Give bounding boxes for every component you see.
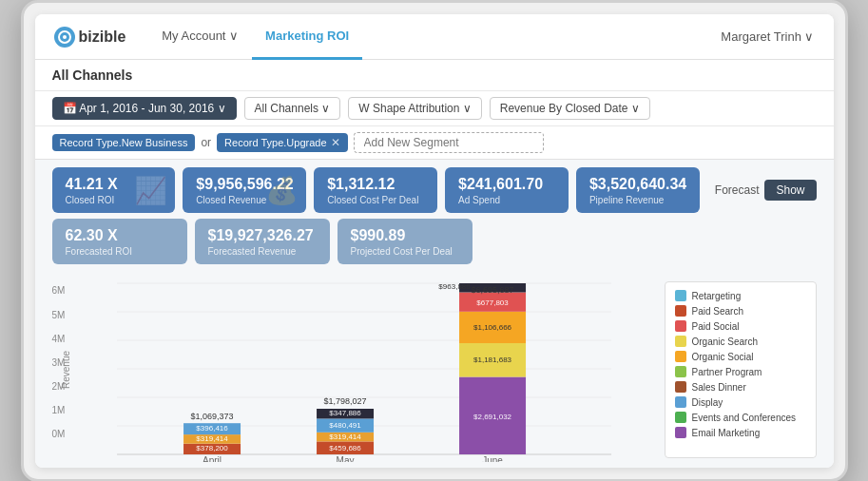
legend-color-swatch xyxy=(675,366,686,377)
svg-text:$459,686: $459,686 xyxy=(330,444,362,452)
forecast-show-button[interactable]: Show xyxy=(764,180,816,201)
svg-text:$963,886: $963,886 xyxy=(439,282,472,291)
forecast-label: Forecast xyxy=(715,183,760,197)
svg-text:June: June xyxy=(483,455,504,462)
bar-chart: $1,069,373 $378,200 $319,414 $396,416 $1… xyxy=(74,281,654,462)
legend-color-swatch xyxy=(675,381,686,393)
kpi-projected-cost-label: Projected Cost Per Deal xyxy=(351,246,459,257)
nav-marketing-roi[interactable]: Marketing ROI xyxy=(252,14,362,60)
y-label-4m: 4M xyxy=(52,334,66,344)
channels-filter[interactable]: All Channels ∨ xyxy=(244,97,341,120)
y-label-6m: 6M xyxy=(52,285,66,296)
kpi-closed-cost-value: $1,312.12 xyxy=(327,175,424,193)
filter-bar: 📅 Apr 1, 2016 - Jun 30, 2016 ∨ All Chann… xyxy=(35,91,834,126)
y-label-1m: 1M xyxy=(52,405,66,415)
app-container: bizible My Account ∨ Marketing ROI Marga… xyxy=(35,14,834,468)
legend-item-label: Sales Dinner xyxy=(692,382,746,393)
logo-area: bizible xyxy=(54,27,126,48)
kpi-projected-cost-value: $990.89 xyxy=(351,226,459,244)
legend-item: Partner Program xyxy=(675,366,806,377)
legend-item: Events and Conferences xyxy=(675,412,806,423)
kpi-row-1: 41.21 X Closed ROI 📈 $9,956,596.22 Close… xyxy=(52,167,817,213)
legend-color-swatch xyxy=(675,427,686,438)
kpi-closed-cost-label: Closed Cost Per Deal xyxy=(327,195,424,205)
segment-bar: Record Type.New Business or Record Type.… xyxy=(35,126,834,160)
kpi-ad-spend-label: Ad Spend xyxy=(458,195,555,205)
logo-text: bizible xyxy=(79,29,126,46)
revenue-by-filter[interactable]: Revenue By Closed Date ∨ xyxy=(490,97,650,120)
svg-text:$347,886: $347,886 xyxy=(330,409,362,417)
kpi-pipeline-revenue: $3,520,640.34 Pipeline Revenue xyxy=(576,167,700,213)
chart-area: 6M 5M 4M 3M 2M 1M 0M xyxy=(35,274,834,468)
y-axis-label: Revenue xyxy=(61,351,71,389)
legend-item: Organic Search xyxy=(675,336,806,347)
svg-text:$378,200: $378,200 xyxy=(197,444,229,452)
kpi-ad-spend: $241,601.70 Ad Spend xyxy=(445,167,569,213)
kpi-ad-spend-value: $241,601.70 xyxy=(458,175,555,193)
user-menu[interactable]: Margaret Trinh ∨ xyxy=(721,29,814,44)
legend-color-swatch xyxy=(675,396,686,408)
kpi-pipeline-label: Pipeline Revenue xyxy=(589,195,686,205)
svg-text:$319,414: $319,414 xyxy=(197,434,229,443)
legend-item-label: Partner Program xyxy=(692,367,762,377)
page-title: All Channels xyxy=(52,67,133,83)
legend-item: Paid Search xyxy=(675,305,806,317)
nav-my-account[interactable]: My Account ∨ xyxy=(148,14,252,60)
kpi-forecasted-roi: 62.30 X Forecasted ROI xyxy=(52,219,187,264)
svg-text:$1,069,373: $1,069,373 xyxy=(191,412,234,421)
kpi-forecasted-revenue-value: $19,927,326.27 xyxy=(208,226,317,244)
legend-item-label: Organic Search xyxy=(692,337,758,347)
chart-wrapper: $1,069,373 $378,200 $319,414 $396,416 $1… xyxy=(74,281,654,458)
svg-text:$1,106,666: $1,106,666 xyxy=(473,323,512,332)
legend-color-swatch xyxy=(675,351,686,362)
segment-tag-1[interactable]: Record Type.New Business xyxy=(52,134,196,151)
svg-text:$2,691,032: $2,691,032 xyxy=(473,413,512,421)
svg-text:$319,414: $319,414 xyxy=(330,433,362,441)
svg-text:$677,803: $677,803 xyxy=(477,298,510,307)
legend-item: Email Marketing xyxy=(675,427,806,438)
segment-tag-1-label: Record Type.New Business xyxy=(60,137,188,148)
y-label-5m: 5M xyxy=(52,310,66,320)
legend-item: Sales Dinner xyxy=(675,381,806,393)
kpi-closed-revenue: $9,956,596.22 Closed Revenue 💰 xyxy=(183,167,306,213)
kpi-pipeline-value: $3,520,640.34 xyxy=(589,175,686,193)
legend-color-swatch xyxy=(675,290,686,301)
date-range-filter[interactable]: 📅 Apr 1, 2016 - Jun 30, 2016 ∨ xyxy=(52,97,237,120)
legend-item-label: Organic Social xyxy=(692,352,754,362)
segment-tag-2[interactable]: Record Type.Upgrade ✕ xyxy=(217,133,347,152)
svg-point-1 xyxy=(63,35,67,39)
y-label-0m: 0M xyxy=(52,429,66,439)
legend-item-label: Paid Search xyxy=(692,306,743,317)
bizible-logo-icon xyxy=(54,27,75,48)
kpi-row-2: 62.30 X Forecasted ROI $19,927,326.27 Fo… xyxy=(52,219,817,264)
svg-text:$396,416: $396,416 xyxy=(197,424,229,433)
forecast-area: Forecast Show xyxy=(715,180,817,201)
attribution-filter[interactable]: W Shape Attribution ∨ xyxy=(348,97,481,120)
kpi-forecasted-revenue-label: Forecasted Revenue xyxy=(208,246,317,257)
legend-item: Organic Social xyxy=(675,351,806,362)
segment-or-label: or xyxy=(201,136,211,149)
toolbar: All Channels xyxy=(35,60,834,91)
kpi-closed-cost-per-deal: $1,312.12 Closed Cost Per Deal xyxy=(314,167,437,213)
kpi-projected-cost: $990.89 Projected Cost Per Deal xyxy=(338,219,473,264)
legend-color-swatch xyxy=(675,336,686,347)
legend-item-label: Email Marketing xyxy=(692,428,761,438)
kpi-section: 41.21 X Closed ROI 📈 $9,956,596.22 Close… xyxy=(35,160,834,274)
legend-item-label: Display xyxy=(692,397,723,408)
legend-color-swatch xyxy=(675,320,686,332)
top-nav: bizible My Account ∨ Marketing ROI Marga… xyxy=(35,14,834,60)
svg-text:May: May xyxy=(337,455,355,462)
segment-tag-2-remove[interactable]: ✕ xyxy=(331,136,340,149)
legend-item-label: Paid Social xyxy=(692,321,740,332)
device-frame: bizible My Account ∨ Marketing ROI Marga… xyxy=(21,0,848,481)
kpi-forecasted-roi-label: Forecasted ROI xyxy=(66,246,174,257)
svg-text:$1,798,027: $1,798,027 xyxy=(324,396,367,406)
kpi-closed-roi-icon: 📈 xyxy=(134,175,167,206)
legend-items-container: Retargeting Paid Search Paid Social Orga… xyxy=(675,290,806,438)
kpi-closed-revenue-icon: 💰 xyxy=(265,175,299,206)
legend-color-swatch xyxy=(675,412,686,423)
kpi-closed-roi: 41.21 X Closed ROI 📈 xyxy=(52,167,176,213)
add-segment-input[interactable] xyxy=(354,132,544,153)
kpi-forecasted-roi-value: 62.30 X xyxy=(66,226,174,244)
chart-legend: Retargeting Paid Search Paid Social Orga… xyxy=(665,281,817,458)
